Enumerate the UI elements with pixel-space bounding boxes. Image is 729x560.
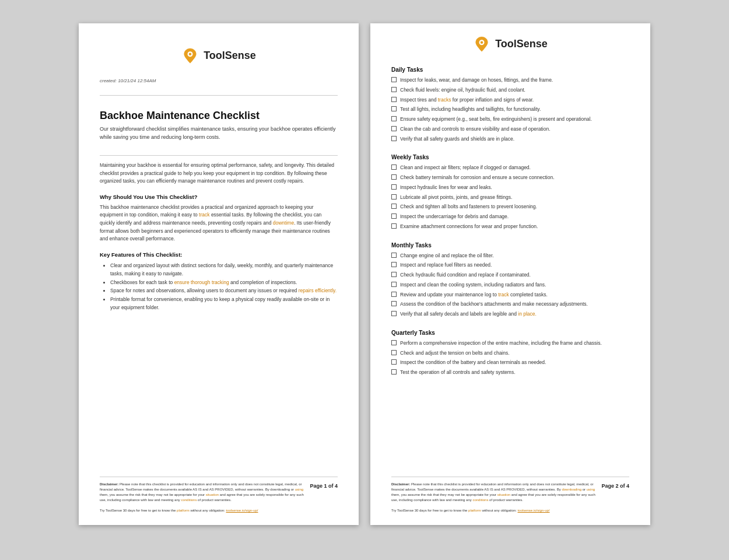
svg-point-5 bbox=[481, 41, 483, 44]
footer-disclaimer-page1: Disclaimer: Please note that this checkl… bbox=[100, 482, 304, 513]
checkbox-monthly-7[interactable] bbox=[391, 311, 397, 316]
checkbox-monthly-4[interactable] bbox=[391, 282, 397, 287]
daily-item-3: Inspect tires and tracks for proper infl… bbox=[391, 96, 629, 104]
checkbox-monthly-5[interactable] bbox=[391, 292, 397, 297]
checkbox-weekly-2[interactable] bbox=[391, 174, 397, 180]
checkbox-monthly-2[interactable] bbox=[391, 262, 397, 267]
daily-item-6: Clean the cab and controls to ensure vis… bbox=[391, 125, 629, 133]
logo-text-page2: ToolSense bbox=[495, 38, 548, 50]
checkbox-daily-5[interactable] bbox=[391, 116, 397, 121]
weekly-item-2: Check battery terminals for corrosion an… bbox=[391, 174, 629, 181]
daily-tasks-section: Daily Tasks Inspect for leaks, wear, and… bbox=[391, 66, 629, 145]
feature-2: Checkboxes for each task to ensure thoro… bbox=[110, 278, 338, 286]
monthly-tasks-section: Monthly Tasks Change engine oil and repl… bbox=[391, 242, 629, 320]
checkbox-monthly-6[interactable] bbox=[391, 301, 397, 306]
page2-footer: Disclaimer: Please note that this checkl… bbox=[391, 477, 629, 513]
page-2: ToolSense Daily Tasks Inspect for leaks,… bbox=[370, 23, 650, 525]
created-text: created: 10/21/24 12:54AM bbox=[100, 78, 338, 83]
weekly-item-7: Examine attachment connections for wear … bbox=[391, 223, 629, 230]
toolsense-logo-icon bbox=[181, 47, 199, 64]
checkbox-weekly-3[interactable] bbox=[391, 184, 397, 190]
daily-item-5: Ensure safety equipment (e.g., seat belt… bbox=[391, 116, 629, 123]
feature-3: Space for notes and observations, allowi… bbox=[110, 286, 338, 295]
checkbox-quarterly-4[interactable] bbox=[391, 369, 397, 374]
monthly-item-3: Check hydraulic fluid condition and repl… bbox=[391, 271, 629, 279]
monthly-item-4: Inspect and clean the cooling system, in… bbox=[391, 281, 629, 289]
page2-number: Page 2 of 4 bbox=[601, 482, 629, 489]
checkbox-monthly-3[interactable] bbox=[391, 272, 397, 277]
weekly-tasks-section: Weekly Tasks Clean and inspect air filte… bbox=[391, 154, 629, 232]
logo-area-page1: ToolSense bbox=[100, 47, 338, 64]
svg-point-2 bbox=[189, 53, 192, 56]
daily-item-2: Check fluid levels: engine oil, hydrauli… bbox=[391, 86, 629, 94]
checkbox-daily-1[interactable] bbox=[391, 77, 397, 82]
quarterly-tasks-section: Quarterly Tasks Perform a comprehensive … bbox=[391, 330, 629, 379]
checkbox-weekly-4[interactable] bbox=[391, 194, 397, 200]
checkbox-quarterly-2[interactable] bbox=[391, 350, 397, 355]
page1-number: Page 1 of 4 bbox=[310, 482, 338, 489]
toolsense-logo-icon-p2 bbox=[473, 35, 490, 52]
footer-disclaimer-page2: Disclaimer: Please note that this checkl… bbox=[391, 482, 595, 513]
daily-item-1: Inspect for leaks, wear, and damage on h… bbox=[391, 76, 629, 84]
logo-area-page2: ToolSense bbox=[391, 35, 629, 52]
monthly-tasks-title: Monthly Tasks bbox=[391, 242, 629, 249]
quarterly-item-3: Inspect the condition of the battery and… bbox=[391, 359, 629, 366]
divider-2 bbox=[100, 155, 338, 156]
page-title: Backhoe Maintenance Checklist bbox=[100, 110, 338, 122]
checkbox-quarterly-1[interactable] bbox=[391, 340, 397, 345]
divider-1 bbox=[100, 95, 338, 96]
checkbox-weekly-7[interactable] bbox=[391, 223, 397, 229]
monthly-item-7: Verify that all safety decals and labels… bbox=[391, 310, 629, 318]
footer-link-page2[interactable]: toolsense.io/sign-up/ bbox=[517, 509, 549, 512]
quarterly-item-1: Perform a comprehensive inspection of th… bbox=[391, 340, 629, 347]
checkbox-monthly-1[interactable] bbox=[391, 253, 397, 258]
features-heading: Key Features of This Checklist: bbox=[100, 251, 338, 258]
checkbox-quarterly-3[interactable] bbox=[391, 359, 397, 365]
checkbox-weekly-6[interactable] bbox=[391, 214, 397, 219]
weekly-item-5: Check and tighten all bolts and fastener… bbox=[391, 203, 629, 211]
checkbox-daily-7[interactable] bbox=[391, 136, 397, 141]
daily-item-7: Verify that all safety guards and shield… bbox=[391, 135, 629, 143]
page-1: ToolSense created: 10/21/24 12:54AM Back… bbox=[79, 23, 359, 525]
why-heading: Why Should You Use This Checklist? bbox=[100, 194, 338, 200]
quarterly-tasks-title: Quarterly Tasks bbox=[391, 330, 629, 336]
footer-link-page1[interactable]: toolsense.io/sign-up/ bbox=[226, 509, 258, 512]
weekly-item-6: Inspect the undercarriage for debris and… bbox=[391, 213, 629, 220]
daily-tasks-title: Daily Tasks bbox=[391, 66, 629, 73]
weekly-item-1: Clean and inspect air filters; replace i… bbox=[391, 164, 629, 172]
checkbox-daily-2[interactable] bbox=[391, 87, 397, 92]
page-subtitle: Our straightforward checklist simplifies… bbox=[100, 125, 338, 141]
features-list: Clear and organized layout with distinct… bbox=[100, 261, 338, 312]
checkbox-weekly-1[interactable] bbox=[391, 164, 397, 170]
monthly-item-5: Review and update your maintenance log t… bbox=[391, 291, 629, 299]
checkbox-daily-4[interactable] bbox=[391, 106, 397, 111]
monthly-item-1: Change engine oil and replace the oil fi… bbox=[391, 252, 629, 260]
monthly-item-6: Assess the condition of the backhoe's at… bbox=[391, 300, 629, 308]
feature-1: Clear and organized layout with distinct… bbox=[110, 261, 338, 278]
logo-text-page1: ToolSense bbox=[204, 50, 256, 62]
weekly-item-4: Lubricate all pivot points, joints, and … bbox=[391, 194, 629, 201]
main-desc: Maintaining your backhoe is essential fo… bbox=[100, 162, 338, 186]
why-text: This backhoe maintenance checklist provi… bbox=[100, 204, 338, 243]
checkbox-weekly-5[interactable] bbox=[391, 204, 397, 209]
quarterly-item-4: Test the operation of all controls and s… bbox=[391, 369, 629, 376]
quarterly-item-2: Check and adjust the tension on belts an… bbox=[391, 349, 629, 357]
page1-footer: Disclaimer: Please note that this checkl… bbox=[100, 477, 338, 513]
feature-4: Printable format for convenience, enabli… bbox=[110, 295, 338, 312]
daily-item-4: Test all lights, including headlights an… bbox=[391, 106, 629, 113]
weekly-tasks-title: Weekly Tasks bbox=[391, 154, 629, 160]
checkbox-daily-3[interactable] bbox=[391, 97, 397, 102]
weekly-item-3: Inspect hydraulic lines for wear and lea… bbox=[391, 184, 629, 191]
checkbox-daily-6[interactable] bbox=[391, 126, 397, 131]
monthly-item-2: Inspect and replace fuel filters as need… bbox=[391, 261, 629, 269]
pages-container: ToolSense created: 10/21/24 12:54AM Back… bbox=[79, 23, 650, 525]
